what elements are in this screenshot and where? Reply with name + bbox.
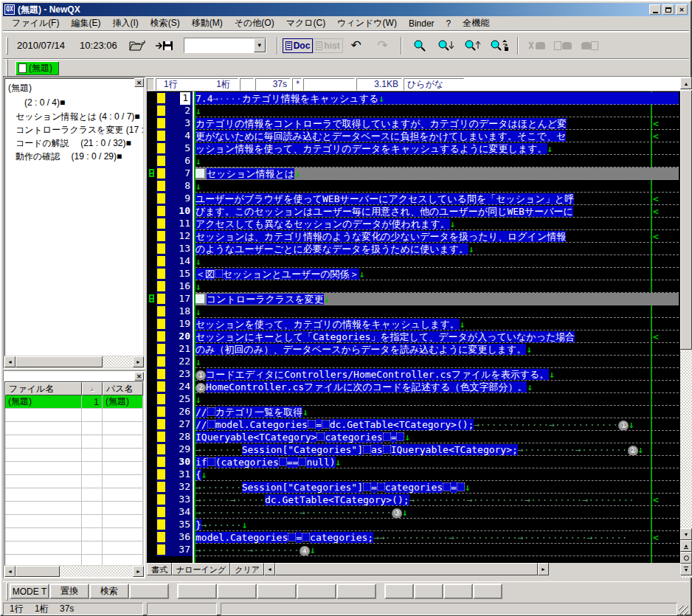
menu-item[interactable]: 移動(M): [186, 15, 229, 31]
outline-close-icon[interactable]: ×: [134, 78, 144, 87]
function-key-button-empty[interactable]: [336, 584, 376, 599]
editor-line[interactable]: 2↓: [147, 105, 680, 117]
menu-item[interactable]: 検索(S): [145, 15, 186, 31]
editor-line[interactable]: 7セッション情報とは↓: [147, 167, 680, 180]
editor-tab[interactable]: 書式: [147, 563, 172, 575]
editor-line[interactable]: 32→·······Session["Categories"]=categori…: [147, 481, 680, 494]
search-up-button[interactable]: [462, 35, 484, 56]
outline-header[interactable]: (無題): [5, 80, 143, 96]
scroll-right-icon[interactable]: ►: [133, 566, 144, 577]
editor-vscrollbar[interactable]: ▲ ▼ ▲ ▼: [680, 77, 692, 578]
outline-item[interactable]: (2 : 0 / 4)■: [5, 96, 143, 109]
tabbar-grip[interactable]: [6, 59, 8, 77]
menu-item[interactable]: 編集(E): [65, 15, 106, 31]
menu-item[interactable]: Binder: [403, 17, 440, 30]
history-list-button[interactable]: hist: [313, 38, 342, 53]
column-header-sort[interactable]: ▲: [82, 382, 103, 395]
cut-button[interactable]: [525, 35, 547, 56]
combobox-dropdown-icon[interactable]: ▼: [254, 38, 266, 52]
scrollbar-thumb[interactable]: [275, 563, 538, 575]
editor-line[interactable]: 5ッション情報を使って、カテゴリのデータをキャッシュするように変更します。↓: [147, 142, 680, 155]
prev-mark-button[interactable]: ▲: [680, 540, 692, 552]
scroll-up-icon[interactable]: ▲: [680, 77, 692, 89]
editor-line[interactable]: 10びます。このセッションはユーザー毎に用意され、他のユーザーが同じWEBサーバ…: [147, 205, 680, 218]
column-header-filename[interactable]: ファイル名: [5, 382, 82, 395]
editor-tab[interactable]: ナローイング: [172, 563, 230, 575]
search-options-button[interactable]: [488, 35, 511, 56]
menu-item[interactable]: 挿入(I): [106, 15, 144, 31]
save-file-button[interactable]: [153, 35, 176, 56]
bottombar-grip[interactable]: [6, 583, 8, 601]
outline-item[interactable]: コードの解説 (21 : 0 / 32)■: [5, 136, 143, 149]
outline-hscrollbar[interactable]: ◄ ►: [4, 356, 144, 367]
menu-item[interactable]: その他(O): [229, 15, 280, 31]
editor-line[interactable]: 18↓: [147, 305, 680, 318]
scroll-left-icon[interactable]: ◄: [4, 566, 15, 577]
function-key-button-empty[interactable]: [384, 584, 414, 599]
editor-line[interactable]: 8↓: [147, 180, 680, 193]
minimize-button[interactable]: [649, 4, 661, 15]
editor-line[interactable]: 28IQueryable<TCategory>categories=↓: [147, 431, 680, 443]
scrollbar-thumb[interactable]: [680, 90, 692, 350]
editor-line[interactable]: 36model.Categories=categories;→→········…: [147, 531, 680, 544]
maximize-button[interactable]: [662, 4, 674, 15]
function-key-button-empty[interactable]: [473, 584, 502, 599]
editor-line[interactable]: 4更がないために毎回読み込むとデータベースに負担をかけてしまいます。そこで、セ<: [147, 130, 680, 142]
close-button[interactable]: ×: [676, 4, 688, 15]
function-key-button-empty[interactable]: [129, 584, 169, 599]
editor-line[interactable]: 37→········→········④↓: [147, 544, 680, 556]
function-key-button-empty[interactable]: [257, 584, 297, 599]
editor-line[interactable]: 15＜図セッションとユーザーの関係＞↓: [147, 268, 680, 280]
editor-line[interactable]: 26//カテゴリ一覧を取得↓: [147, 406, 680, 418]
undo-button[interactable]: ↶: [345, 35, 367, 56]
file-list-close-icon[interactable]: ×: [134, 372, 144, 381]
editor-line[interactable]: 27//model.Categories=dc.GetTable<TCatego…: [147, 418, 680, 431]
outline-item[interactable]: セッション情報とは (4 : 0 / 7)■: [5, 109, 143, 122]
scrollbar-thumb[interactable]: [15, 356, 103, 367]
menu-item[interactable]: ファイル(F): [6, 15, 65, 31]
editor-line[interactable]: 17.4→····カテゴリ情報をキャッシュする↓: [147, 92, 680, 105]
quick-open-combobox[interactable]: ▼: [184, 38, 266, 53]
editor-line[interactable]: 14↓: [147, 255, 680, 268]
editor-line[interactable]: 20セッションにキーとして「Categories」を指定して、データが入っていな…: [147, 331, 680, 343]
search-down-button[interactable]: [435, 35, 457, 56]
editor-line[interactable]: 29→·······Session["Categories"]asIQuerya…: [147, 443, 680, 456]
editor-line[interactable]: 35}→······↓: [147, 519, 680, 531]
column-header-path[interactable]: パス名: [103, 382, 143, 395]
editor-line[interactable]: 25↓: [147, 393, 680, 406]
editor-line[interactable]: 34→·················→···············③↓: [147, 506, 680, 519]
file-list-hscrollbar[interactable]: ◄ ►: [4, 566, 144, 577]
toolbar-grip[interactable]: [6, 37, 8, 55]
editor-line[interactable]: 11アクセスしても異なるセッションのデータが使われます。↓: [147, 218, 680, 230]
editor-line[interactable]: 23①コードエディタにControllers/HomeController.cs…: [147, 368, 680, 381]
editor-line[interactable]: 3カテゴリの情報をコントローラで取得していますが、カテゴリのデータはほとんど変<: [147, 117, 680, 130]
editor-line[interactable]: 16↓: [147, 280, 680, 293]
editor-line[interactable]: 17コントローラクラスを変更↓: [147, 293, 680, 305]
scrollbar-thumb[interactable]: [15, 566, 60, 577]
function-key-button-mode-t[interactable]: MODE T: [10, 584, 49, 599]
outline-item[interactable]: 動作の確認 (19 : 0 / 29)■: [5, 149, 143, 162]
editor-line[interactable]: 33→·····→·····dc.GetTable<TCategory>();→…: [147, 494, 680, 506]
paste-button[interactable]: [578, 35, 601, 56]
scroll-right-icon[interactable]: ►: [538, 563, 549, 575]
function-key-button-empty[interactable]: [297, 584, 336, 599]
menu-item[interactable]: ウィンドウ(W): [331, 15, 403, 31]
function-key-button-empty[interactable]: [414, 584, 443, 599]
scroll-left-icon[interactable]: ◄: [4, 356, 15, 367]
editor-line[interactable]: 22↓: [147, 356, 680, 368]
function-key-button-empty[interactable]: [443, 584, 473, 599]
center-mark-button[interactable]: [680, 552, 692, 564]
next-mark-button[interactable]: ▼: [680, 564, 692, 575]
menu-item[interactable]: マクロ(C): [280, 15, 332, 31]
editor-line[interactable]: 24②HomeController.csファイルに次のコードを記述する（色文字部…: [147, 381, 680, 393]
combobox-value[interactable]: [184, 38, 254, 52]
editor-line[interactable]: 31{↓: [147, 468, 680, 481]
editor-line[interactable]: 21のみ（初回のみ）、データベースからデータを読み込むように変更します。↓: [147, 343, 680, 356]
file-row[interactable]: (無題)1(無題): [5, 395, 143, 409]
redo-button[interactable]: ↷: [372, 35, 394, 56]
editor-tab[interactable]: クリア: [230, 563, 264, 575]
function-key-button-検索[interactable]: 検索: [89, 584, 129, 599]
scroll-left-icon[interactable]: ◄: [264, 563, 275, 575]
resize-grip[interactable]: [679, 606, 688, 615]
scroll-down-icon[interactable]: ▼: [680, 528, 692, 540]
